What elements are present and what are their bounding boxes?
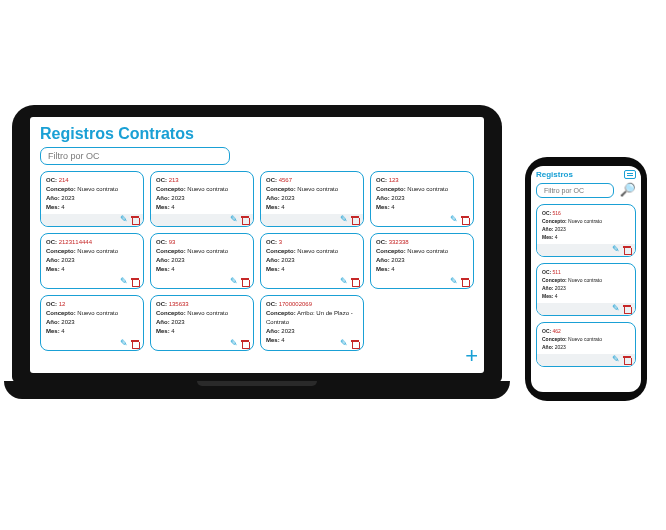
card-actions <box>537 354 635 366</box>
card-oc: OC: 93 <box>156 238 248 247</box>
edit-icon[interactable] <box>612 246 620 254</box>
card-actions <box>450 216 469 224</box>
card-concepto: Concepto: Nuevo contrato <box>156 185 248 194</box>
delete-icon[interactable] <box>241 278 249 286</box>
phone-contract-card[interactable]: OC: 511Concepto: Nuevo contratoAño: 2023… <box>536 263 636 316</box>
edit-icon[interactable] <box>120 216 128 224</box>
card-concepto: Concepto: Nuevo contrato <box>376 185 468 194</box>
contract-card[interactable]: OC: 214Concepto: Nuevo contratoAño: 2023… <box>40 171 144 227</box>
add-button[interactable]: + <box>465 345 478 367</box>
card-ano: Año: 2023 <box>46 194 138 203</box>
edit-icon[interactable] <box>120 278 128 286</box>
delete-icon[interactable] <box>131 340 139 348</box>
edit-icon[interactable] <box>230 278 238 286</box>
card-ano: Año: 2023 <box>46 318 138 327</box>
card-concepto: Concepto: Nuevo contrato <box>46 185 138 194</box>
card-mes: Mes: 4 <box>46 265 138 274</box>
delete-icon[interactable] <box>623 246 631 254</box>
card-concepto: Concepto: Nuevo contrato <box>266 247 358 256</box>
search-icon[interactable]: 🔍 <box>620 183 636 198</box>
delete-icon[interactable] <box>241 216 249 224</box>
contract-card[interactable]: OC: 2123114444Concepto: Nuevo contratoAñ… <box>40 233 144 289</box>
edit-icon[interactable] <box>612 356 620 364</box>
contract-card[interactable]: OC: 332338Concepto: Nuevo contratoAño: 2… <box>370 233 474 289</box>
edit-icon[interactable] <box>120 340 128 348</box>
edit-icon[interactable] <box>230 340 238 348</box>
phone-cards-list: OC: 516Concepto: Nuevo contratoAño: 2023… <box>536 204 636 367</box>
delete-icon[interactable] <box>131 278 139 286</box>
contract-card[interactable]: OC: 123Concepto: Nuevo contratoAño: 2023… <box>370 171 474 227</box>
card-actions <box>537 303 635 315</box>
laptop-bezel: Registros Contratos Filtro por OC OC: 21… <box>12 105 502 383</box>
delete-icon[interactable] <box>241 340 249 348</box>
card-concepto: Concepto: Arribo: Un de Plazo - Contrato <box>266 309 358 327</box>
phone-frame: Registros Filtro por OC 🔍 OC: 516Concept… <box>525 157 647 401</box>
contract-card[interactable]: OC: 12Concepto: Nuevo contratoAño: 2023M… <box>40 295 144 351</box>
card-mes: Mes: 4 <box>156 265 248 274</box>
phone-search-row: Filtro por OC 🔍 <box>536 183 636 198</box>
card-ano: Año: 2023 <box>542 284 630 292</box>
phone-header: Registros <box>536 170 636 179</box>
contract-card[interactable]: OC: 3Concepto: Nuevo contratoAño: 2023Me… <box>260 233 364 289</box>
card-ano: Año: 2023 <box>156 256 248 265</box>
card-oc: OC: 4567 <box>266 176 358 185</box>
cards-grid: OC: 214Concepto: Nuevo contratoAño: 2023… <box>40 171 474 351</box>
delete-icon[interactable] <box>461 278 469 286</box>
delete-icon[interactable] <box>623 356 631 364</box>
edit-icon[interactable] <box>340 278 348 286</box>
phone-contract-card[interactable]: OC: 516Concepto: Nuevo contratoAño: 2023… <box>536 204 636 257</box>
contract-card[interactable]: OC: 1700002069Concepto: Arribo: Un de Pl… <box>260 295 364 351</box>
card-actions <box>120 278 139 286</box>
card-actions <box>230 278 249 286</box>
card-actions <box>230 340 249 348</box>
phone-screen: Registros Filtro por OC 🔍 OC: 516Concept… <box>531 166 641 392</box>
card-concepto: Concepto: Nuevo contrato <box>542 276 630 284</box>
card-concepto: Concepto: Nuevo contrato <box>156 309 248 318</box>
menu-icon[interactable] <box>624 170 636 179</box>
laptop-base <box>4 381 510 399</box>
card-oc: OC: 213 <box>156 176 248 185</box>
card-concepto: Concepto: Nuevo contrato <box>46 309 138 318</box>
contract-card[interactable]: OC: 4567Concepto: Nuevo contratoAño: 202… <box>260 171 364 227</box>
card-ano: Año: 2023 <box>46 256 138 265</box>
edit-icon[interactable] <box>230 216 238 224</box>
card-mes: Mes: 4 <box>46 203 138 212</box>
laptop-screen: Registros Contratos Filtro por OC OC: 21… <box>30 117 484 373</box>
contract-card[interactable]: OC: 93Concepto: Nuevo contratoAño: 2023M… <box>150 233 254 289</box>
card-ano: Año: 2023 <box>542 225 630 233</box>
card-actions <box>151 214 253 226</box>
contract-card[interactable]: OC: 135633Concepto: Nuevo contratoAño: 2… <box>150 295 254 351</box>
card-mes: Mes: 4 <box>46 327 138 336</box>
delete-icon[interactable] <box>351 278 359 286</box>
delete-icon[interactable] <box>131 216 139 224</box>
card-oc: OC: 511 <box>542 268 630 276</box>
card-ano: Año: 2023 <box>266 194 358 203</box>
card-oc: OC: 516 <box>542 209 630 217</box>
card-ano: Año: 2023 <box>156 194 248 203</box>
phone-search-input[interactable]: Filtro por OC <box>536 183 614 198</box>
card-mes: Mes: 4 <box>376 203 468 212</box>
card-concepto: Concepto: Nuevo contrato <box>46 247 138 256</box>
edit-icon[interactable] <box>450 278 458 286</box>
card-oc: OC: 214 <box>46 176 138 185</box>
card-mes: Mes: 4 <box>542 233 630 241</box>
card-mes: Mes: 4 <box>376 265 468 274</box>
card-ano: Año: 2023 <box>542 343 630 351</box>
edit-icon[interactable] <box>450 216 458 224</box>
delete-icon[interactable] <box>623 305 631 313</box>
card-concepto: Concepto: Nuevo contrato <box>266 185 358 194</box>
card-actions <box>340 278 359 286</box>
edit-icon[interactable] <box>612 305 620 313</box>
edit-icon[interactable] <box>340 216 348 224</box>
card-oc: OC: 462 <box>542 327 630 335</box>
edit-icon[interactable] <box>340 340 348 348</box>
delete-icon[interactable] <box>461 216 469 224</box>
card-oc: OC: 332338 <box>376 238 468 247</box>
contract-card[interactable]: OC: 213Concepto: Nuevo contratoAño: 2023… <box>150 171 254 227</box>
search-input[interactable]: Filtro por OC <box>40 147 230 165</box>
delete-icon[interactable] <box>351 216 359 224</box>
page-title: Registros Contratos <box>40 125 474 143</box>
delete-icon[interactable] <box>351 340 359 348</box>
card-mes: Mes: 4 <box>266 265 358 274</box>
phone-contract-card[interactable]: OC: 462Concepto: Nuevo contratoAño: 2023 <box>536 322 636 367</box>
